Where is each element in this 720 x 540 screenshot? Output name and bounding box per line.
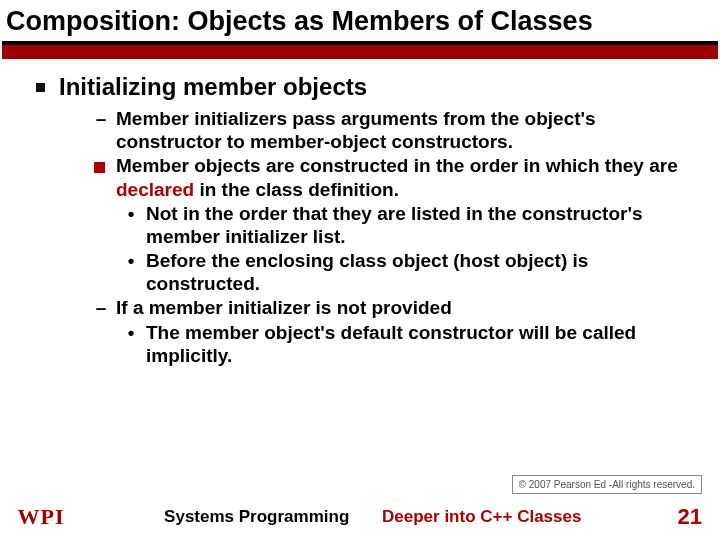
- dash-icon: –: [94, 107, 108, 153]
- title-redbar: [2, 45, 718, 59]
- sub2-bullet: • Not in the order that they are listed …: [124, 202, 692, 248]
- bullet-text: If a member initializer is not provided: [116, 296, 692, 319]
- bullet-text: Member objects are constructed in the or…: [116, 154, 692, 200]
- highlight-word: declared: [116, 179, 194, 200]
- logo-text: WPI: [18, 504, 65, 530]
- dash-icon: –: [94, 296, 108, 319]
- footer: WPI Systems Programming Deeper into C++ …: [0, 502, 720, 532]
- dot-icon: •: [124, 202, 138, 248]
- slide-title: Composition: Objects as Members of Class…: [6, 6, 714, 37]
- footer-left-text: Systems Programming: [164, 507, 349, 526]
- bullet-text: Member initializers pass arguments from …: [116, 107, 692, 153]
- wpi-logo: WPI: [14, 502, 68, 532]
- sub2-bullet: • The member object's default constructo…: [124, 321, 692, 367]
- sub-bullet: – Member initializers pass arguments fro…: [94, 107, 692, 153]
- heading-text: Initializing member objects: [59, 73, 367, 101]
- content-area: Initializing member objects – Member ini…: [0, 59, 720, 367]
- red-square-icon: [94, 154, 108, 200]
- sub2-bullet: • Before the enclosing class object (hos…: [124, 249, 692, 295]
- sub-bullet: Member objects are constructed in the or…: [94, 154, 692, 200]
- sub-bullet: – If a member initializer is not provide…: [94, 296, 692, 319]
- bullet-text: Before the enclosing class object (host …: [146, 249, 692, 295]
- bullet-level1: Initializing member objects: [36, 73, 692, 101]
- footer-right-text: Deeper into C++ Classes: [382, 507, 581, 526]
- dot-icon: •: [124, 321, 138, 367]
- square-bullet-icon: [36, 83, 45, 92]
- dot-icon: •: [124, 249, 138, 295]
- page-number: 21: [678, 504, 706, 530]
- bullet-text: Not in the order that they are listed in…: [146, 202, 692, 248]
- copyright-box: © 2007 Pearson Ed -All rights reserved.: [512, 475, 702, 494]
- bullet-text: The member object's default constructor …: [146, 321, 692, 367]
